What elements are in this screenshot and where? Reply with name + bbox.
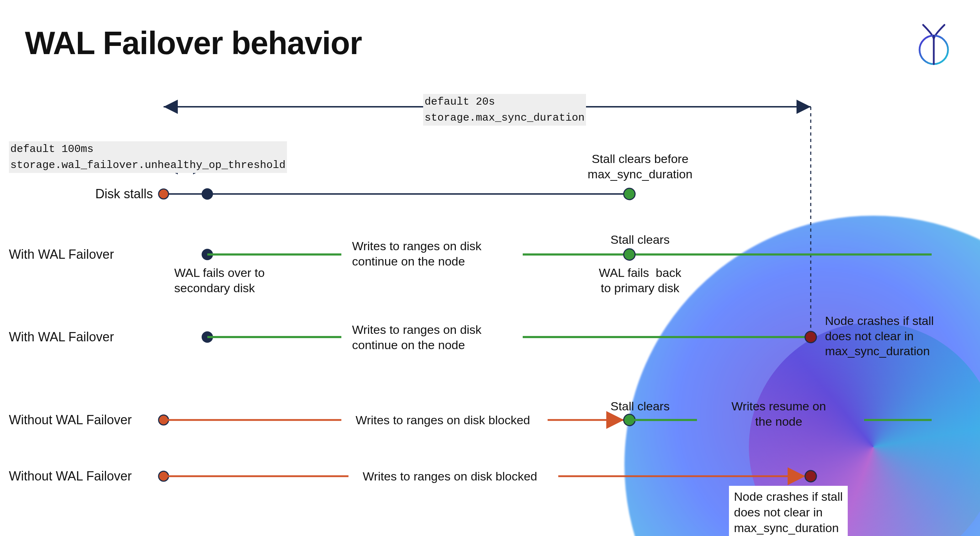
page-title: WAL Failover behavior [25,25,362,62]
svg-point-6 [159,189,169,199]
svg-point-7 [202,188,213,199]
annot-node-crash-2: Node crashes if stall does not clear in … [729,486,848,536]
row-label-with-2: With WAL Failover [9,330,134,345]
annot-stall-clears-before: Stall clears before max_sync_duration [588,151,693,182]
annot-writes-blocked-2: Writes to ranges on disk blocked [363,469,537,484]
row-label-with-1: With WAL Failover [9,247,134,262]
row-label-without-2: Without WAL Failover [9,469,151,484]
row-label-without-1: Without WAL Failover [9,413,151,428]
annot-writes-continue-2: Writes to ranges on disk continue on the… [352,322,482,353]
svg-point-9 [202,249,213,260]
setting-max-sync: storage.max_sync_duration [423,110,586,126]
svg-point-12 [624,249,635,260]
max-sync-duration-label: default 20s storage.max_sync_duration [423,94,586,126]
setting-threshold: storage.wal_failover.unhealthy_op_thresh… [9,157,287,173]
annot-node-crash-1: Node crashes if stall does not clear in … [825,313,934,359]
annot-writes-blocked-1: Writes to ranges on disk blocked [356,413,530,428]
row-label-disk-stalls: Disk stalls [18,187,153,201]
annot-writes-continue-1: Writes to ranges on disk continue on the… [352,238,482,269]
logo-icon [916,21,951,68]
svg-point-8 [624,188,635,199]
svg-point-17 [159,415,169,425]
threshold-label: default 100ms storage.wal_failover.unhea… [9,141,287,173]
svg-point-20 [624,414,635,426]
svg-point-23 [159,471,169,481]
annot-failover-secondary: WAL fails over to secondary disk [174,265,264,295]
timeline-diagram [0,0,980,536]
default-20s: default 20s [423,94,586,110]
default-100ms: default 100ms [9,141,287,157]
annot-writes-resume: Writes resume on the node [732,399,826,429]
svg-point-13 [202,331,213,343]
annot-stall-clears-2: Stall clears [611,399,670,414]
annot-stall-clears-1: Stall clears [611,232,670,247]
svg-point-16 [805,331,816,343]
annot-failback-primary: WAL fails back to primary disk [599,265,681,295]
svg-point-26 [805,471,816,482]
